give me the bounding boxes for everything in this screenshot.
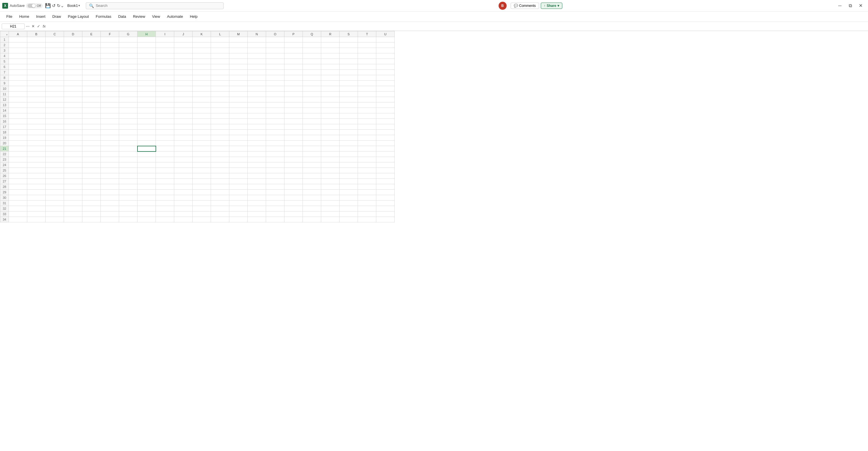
cell-D23[interactable] (64, 157, 82, 162)
cell-H19[interactable] (137, 135, 156, 140)
cell-N1[interactable] (248, 37, 266, 42)
cell-I32[interactable] (156, 206, 174, 212)
cell-A10[interactable] (9, 86, 27, 92)
cell-M22[interactable] (229, 152, 248, 157)
cell-K26[interactable] (193, 173, 211, 179)
cell-C19[interactable] (45, 135, 64, 140)
cell-D14[interactable] (64, 108, 82, 113)
cell-S22[interactable] (340, 152, 358, 157)
cell-T15[interactable] (358, 113, 376, 119)
cell-G17[interactable] (119, 124, 137, 130)
cell-H11[interactable] (137, 92, 156, 97)
cell-K6[interactable] (193, 64, 211, 70)
cell-S25[interactable] (340, 168, 358, 173)
sheet-container[interactable]: ABCDEFGHIJKLMNOPQRSTU 123456789101112131… (0, 31, 868, 451)
cell-A27[interactable] (9, 179, 27, 184)
cell-R4[interactable] (321, 53, 340, 59)
cell-N22[interactable] (248, 152, 266, 157)
cell-H10[interactable] (137, 86, 156, 92)
cell-E7[interactable] (82, 70, 101, 75)
cell-R28[interactable] (321, 184, 340, 190)
cell-O20[interactable] (266, 140, 284, 146)
cell-F22[interactable] (101, 152, 119, 157)
cell-P1[interactable] (284, 37, 303, 42)
cell-E5[interactable] (82, 59, 101, 64)
row-header-19[interactable]: 19 (0, 135, 9, 140)
cell-S30[interactable] (340, 195, 358, 200)
cell-Q33[interactable] (303, 212, 321, 217)
cell-J23[interactable] (174, 157, 193, 162)
cell-I2[interactable] (156, 42, 174, 48)
cell-J26[interactable] (174, 173, 193, 179)
cell-M11[interactable] (229, 92, 248, 97)
row-header-30[interactable]: 30 (0, 195, 9, 200)
cell-Q28[interactable] (303, 184, 321, 190)
cell-P24[interactable] (284, 162, 303, 168)
cell-N24[interactable] (248, 162, 266, 168)
cell-N23[interactable] (248, 157, 266, 162)
cell-P28[interactable] (284, 184, 303, 190)
cell-I34[interactable] (156, 217, 174, 222)
cell-M14[interactable] (229, 108, 248, 113)
row-header-22[interactable]: 22 (0, 152, 9, 157)
cell-S4[interactable] (340, 53, 358, 59)
cell-A23[interactable] (9, 157, 27, 162)
cell-T20[interactable] (358, 140, 376, 146)
cell-E21[interactable] (82, 146, 101, 152)
cell-F27[interactable] (101, 179, 119, 184)
cell-D22[interactable] (64, 152, 82, 157)
row-header-16[interactable]: 16 (0, 119, 9, 124)
cell-I30[interactable] (156, 195, 174, 200)
cell-L17[interactable] (211, 124, 229, 130)
cell-U4[interactable] (376, 53, 395, 59)
cell-D29[interactable] (64, 190, 82, 195)
cell-M27[interactable] (229, 179, 248, 184)
cell-L32[interactable] (211, 206, 229, 212)
cell-G23[interactable] (119, 157, 137, 162)
cell-E24[interactable] (82, 162, 101, 168)
cell-E32[interactable] (82, 206, 101, 212)
cell-F17[interactable] (101, 124, 119, 130)
cell-P16[interactable] (284, 119, 303, 124)
col-header-M[interactable]: M (229, 31, 248, 37)
cell-G6[interactable] (119, 64, 137, 70)
cell-C20[interactable] (45, 140, 64, 146)
cell-S34[interactable] (340, 217, 358, 222)
cell-S17[interactable] (340, 124, 358, 130)
cell-C28[interactable] (45, 184, 64, 190)
cell-T10[interactable] (358, 86, 376, 92)
row-header-33[interactable]: 33 (0, 212, 9, 217)
cell-Q32[interactable] (303, 206, 321, 212)
cell-M13[interactable] (229, 102, 248, 108)
row-header-11[interactable]: 11 (0, 92, 9, 97)
cell-A19[interactable] (9, 135, 27, 140)
cell-N6[interactable] (248, 64, 266, 70)
cell-N10[interactable] (248, 86, 266, 92)
cell-C11[interactable] (45, 92, 64, 97)
row-header-21[interactable]: 21 (0, 146, 9, 152)
cell-D20[interactable] (64, 140, 82, 146)
cell-Q26[interactable] (303, 173, 321, 179)
cell-D9[interactable] (64, 80, 82, 86)
cell-M5[interactable] (229, 59, 248, 64)
menu-item-formulas[interactable]: Formulas (93, 13, 114, 20)
cell-K14[interactable] (193, 108, 211, 113)
cell-P22[interactable] (284, 152, 303, 157)
cell-F8[interactable] (101, 75, 119, 80)
cell-J15[interactable] (174, 113, 193, 119)
row-header-15[interactable]: 15 (0, 113, 9, 119)
cell-B31[interactable] (27, 200, 45, 206)
cell-N32[interactable] (248, 206, 266, 212)
cell-O12[interactable] (266, 97, 284, 102)
cell-S26[interactable] (340, 173, 358, 179)
cell-F14[interactable] (101, 108, 119, 113)
cell-Q9[interactable] (303, 80, 321, 86)
cell-U11[interactable] (376, 92, 395, 97)
cell-H15[interactable] (137, 113, 156, 119)
cell-R25[interactable] (321, 168, 340, 173)
cell-O15[interactable] (266, 113, 284, 119)
cell-T3[interactable] (358, 48, 376, 53)
cell-O18[interactable] (266, 130, 284, 135)
cell-O30[interactable] (266, 195, 284, 200)
cell-A7[interactable] (9, 70, 27, 75)
